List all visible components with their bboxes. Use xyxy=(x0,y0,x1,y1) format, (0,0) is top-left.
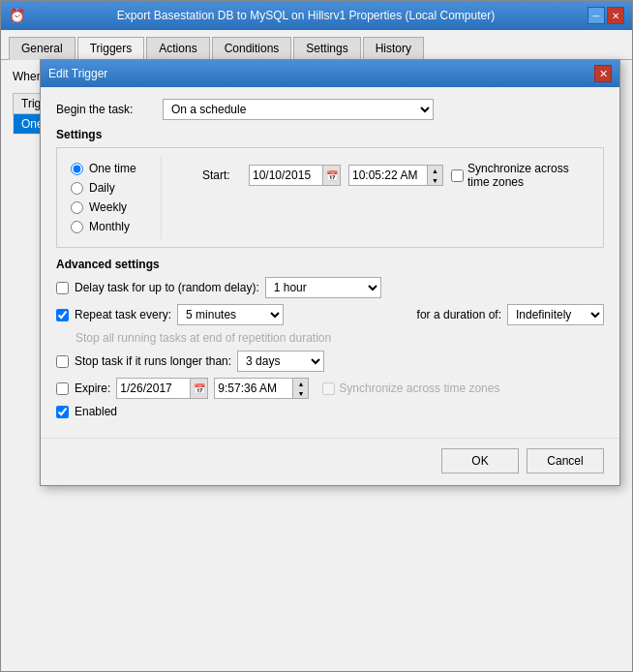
begin-task-label: Begin the task: xyxy=(56,103,163,116)
sync-label: Synchronize across time zones xyxy=(467,162,589,189)
minimize-button[interactable]: ─ xyxy=(588,7,605,24)
radio-monthly[interactable]: Monthly xyxy=(71,220,155,233)
time-input[interactable] xyxy=(349,166,427,185)
tab-history[interactable]: History xyxy=(363,37,424,60)
main-window: ⏰ Export Basestation DB to MySQL on Hill… xyxy=(0,0,633,672)
ok-button[interactable]: OK xyxy=(441,448,519,473)
expire-row: Expire: 📅 ▲ ▼ Synchronize a xyxy=(56,378,604,399)
tab-bar: General Triggers Actions Conditions Sett… xyxy=(1,30,632,60)
dialog-title: Edit Trigger xyxy=(48,67,107,80)
time-down-button[interactable]: ▼ xyxy=(428,175,442,185)
dialog-body: Begin the task: On a schedule At log on … xyxy=(41,87,619,438)
start-label: Start: xyxy=(202,168,241,182)
sync-checkbox[interactable]: Synchronize across time zones xyxy=(451,162,589,189)
radio-one-time[interactable]: One time xyxy=(71,162,155,175)
radio-weekly[interactable]: Weekly xyxy=(71,200,155,214)
title-bar: ⏰ Export Basestation DB to MySQL on Hill… xyxy=(1,1,632,30)
expire-sync-checkbox[interactable]: Synchronize across time zones xyxy=(322,382,499,395)
tab-general[interactable]: General xyxy=(9,37,75,60)
stop-all-row: Stop all running tasks at end of repetit… xyxy=(75,331,604,345)
title-bar-controls: ─ ✕ xyxy=(588,7,624,24)
window-icon: ⏰ xyxy=(9,8,24,23)
stop-all-label: Stop all running tasks at end of repetit… xyxy=(75,331,331,345)
expire-time-up[interactable]: ▲ xyxy=(293,379,308,388)
settings-inner: One time Daily Weekly xyxy=(65,156,595,239)
radio-weekly-label: Weekly xyxy=(89,200,127,214)
expire-date-wrapper: 📅 xyxy=(116,378,208,399)
expire-time-down[interactable]: ▼ xyxy=(293,388,308,398)
radio-monthly-input[interactable] xyxy=(71,221,83,233)
edit-trigger-dialog: Edit Trigger ✕ Begin the task: On a sche… xyxy=(40,59,620,486)
tab-triggers[interactable]: Triggers xyxy=(77,37,145,60)
enabled-checkbox[interactable] xyxy=(56,406,69,418)
radio-group: One time Daily Weekly xyxy=(71,162,155,233)
expire-sync-input xyxy=(322,382,335,395)
advanced-section-label: Advanced settings xyxy=(56,258,604,271)
time-input-wrapper: ▲ ▼ xyxy=(348,165,443,186)
time-up-button[interactable]: ▲ xyxy=(428,166,442,175)
stop-longer-label: Stop task if it runs longer than: xyxy=(75,354,231,368)
repeat-select[interactable]: 5 minutes 10 minutes 15 minutes xyxy=(177,304,284,325)
advanced-section: Advanced settings Delay task for up to (… xyxy=(56,258,604,418)
radio-one-time-label: One time xyxy=(89,162,136,175)
dialog-close-button[interactable]: ✕ xyxy=(594,65,612,82)
duration-label: for a duration of: xyxy=(417,308,501,321)
tab-actions[interactable]: Actions xyxy=(146,37,209,60)
date-input-wrapper: 📅 xyxy=(249,165,341,186)
enabled-label: Enabled xyxy=(75,405,117,418)
expire-date-input[interactable] xyxy=(117,379,190,398)
calendar-button[interactable]: 📅 xyxy=(322,166,340,185)
stop-longer-checkbox[interactable] xyxy=(56,355,69,368)
schedule-type-panel: One time Daily Weekly xyxy=(65,156,162,239)
enabled-row: Enabled xyxy=(56,405,604,418)
expire-time-wrapper: ▲ ▼ xyxy=(214,378,309,399)
expire-checkbox[interactable] xyxy=(56,382,69,395)
delay-task-row: Delay task for up to (random delay): 30 … xyxy=(56,277,604,298)
settings-section-label: Settings xyxy=(56,128,604,141)
time-spin-buttons: ▲ ▼ xyxy=(427,166,442,185)
repeat-checkbox[interactable] xyxy=(56,309,69,321)
sync-checkbox-input[interactable] xyxy=(451,169,464,182)
duration-select[interactable]: 15 minutes 1 hour Indefinitely xyxy=(507,304,604,325)
cancel-button[interactable]: Cancel xyxy=(527,448,604,473)
radio-daily-input[interactable] xyxy=(71,182,83,195)
for-duration-group: for a duration of: 15 minutes 1 hour Ind… xyxy=(417,304,604,325)
radio-monthly-label: Monthly xyxy=(89,220,130,233)
expire-label: Expire: xyxy=(75,382,110,395)
expire-spin-buttons: ▲ ▼ xyxy=(292,379,308,398)
start-row: Start: 📅 ▲ ▼ xyxy=(202,162,589,189)
repeat-task-row: Repeat task every: 5 minutes 10 minutes … xyxy=(56,304,604,325)
radio-one-time-input[interactable] xyxy=(71,163,83,175)
start-datetime-panel: Start: 📅 ▲ ▼ xyxy=(177,156,595,239)
stop-longer-select[interactable]: 1 hour 2 hours 3 days xyxy=(237,351,324,372)
window-title: Export Basestation DB to MySQL on Hillsr… xyxy=(24,9,588,22)
delay-select[interactable]: 30 minutes 1 hour 2 hours xyxy=(265,277,381,298)
expire-sync-label: Synchronize across time zones xyxy=(339,382,499,395)
dialog-title-bar: Edit Trigger ✕ xyxy=(41,60,619,87)
expire-calendar-button[interactable]: 📅 xyxy=(190,379,207,398)
begin-task-select[interactable]: On a schedule At log on At startup On id… xyxy=(163,99,434,120)
settings-section: One time Daily Weekly xyxy=(56,147,604,248)
dialog-buttons: OK Cancel xyxy=(41,438,619,485)
close-button[interactable]: ✕ xyxy=(607,7,624,24)
radio-daily[interactable]: Daily xyxy=(71,181,155,195)
date-input[interactable] xyxy=(250,166,322,185)
begin-task-row: Begin the task: On a schedule At log on … xyxy=(56,99,604,120)
delay-label: Delay task for up to (random delay): xyxy=(75,281,259,294)
stop-longer-row: Stop task if it runs longer than: 1 hour… xyxy=(56,351,604,372)
expire-time-input[interactable] xyxy=(215,379,292,398)
repeat-label: Repeat task every: xyxy=(75,308,171,321)
radio-daily-label: Daily xyxy=(89,181,115,195)
tab-conditions[interactable]: Conditions xyxy=(212,37,292,60)
delay-checkbox[interactable] xyxy=(56,282,69,294)
radio-weekly-input[interactable] xyxy=(71,201,83,214)
tab-settings[interactable]: Settings xyxy=(293,37,360,60)
